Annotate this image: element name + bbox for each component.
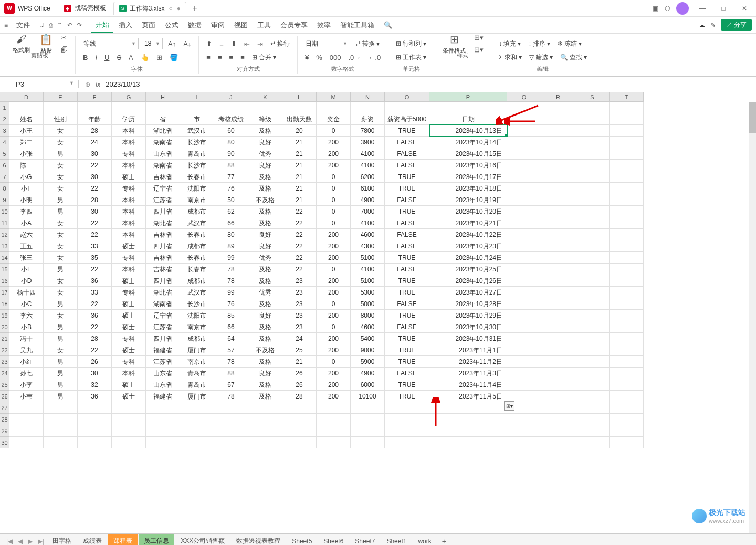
cell[interactable]: 2023年10月18日 (429, 183, 507, 194)
cell[interactable]: 小C (9, 298, 44, 310)
row-header[interactable]: 3 (0, 125, 9, 137)
cell[interactable] (282, 425, 317, 437)
cell[interactable]: 4300 (351, 240, 385, 252)
cell[interactable] (507, 310, 541, 321)
cell[interactable]: 吉林省 (146, 264, 180, 275)
cell[interactable] (214, 102, 248, 113)
cell[interactable]: 4100 (351, 148, 385, 160)
cell[interactable] (180, 425, 214, 437)
zoom-icon[interactable]: ⊕ (85, 81, 90, 88)
cell[interactable] (541, 113, 575, 125)
cell[interactable]: 辽宁省 (146, 310, 180, 321)
cell[interactable] (317, 425, 351, 437)
cell[interactable]: 奖金 (317, 113, 351, 125)
cell[interactable]: 0 (317, 264, 351, 275)
cell[interactable] (78, 402, 112, 414)
cell[interactable]: 30 (78, 171, 112, 183)
cell[interactable]: FALSE (385, 368, 429, 379)
cell[interactable]: 王五 (9, 240, 44, 252)
cell[interactable]: FALSE (385, 148, 429, 160)
cell[interactable] (610, 183, 644, 194)
cell[interactable]: 78 (214, 275, 248, 287)
cell[interactable]: 女 (44, 252, 78, 264)
cell[interactable]: 23 (282, 310, 317, 321)
cell[interactable] (282, 402, 317, 414)
cell[interactable] (507, 102, 541, 113)
cell[interactable]: 江苏省 (146, 321, 180, 333)
cell[interactable]: 32 (78, 379, 112, 391)
cell[interactable] (248, 102, 282, 113)
worksheet-button[interactable]: ⊞ 工作表 ▾ (394, 53, 428, 62)
vertical-scrollbar[interactable] (749, 102, 756, 533)
align-center-icon[interactable]: ≡ (216, 53, 224, 62)
row-header[interactable]: 23 (0, 356, 9, 368)
cell[interactable] (507, 229, 541, 240)
cell[interactable] (575, 113, 610, 125)
avatar[interactable] (676, 2, 689, 15)
cell[interactable]: 0 (317, 194, 351, 206)
cell[interactable] (507, 298, 541, 310)
column-header[interactable]: L (282, 92, 317, 102)
sheet-nav-next[interactable]: ▶ (26, 538, 35, 545)
cell[interactable] (575, 137, 610, 148)
cell[interactable]: 0 (317, 206, 351, 217)
row-header[interactable]: 1 (0, 102, 9, 113)
row-header[interactable]: 29 (0, 425, 9, 437)
sheet-tab[interactable]: Sheet1 (381, 536, 412, 546)
cell[interactable]: 女 (44, 240, 78, 252)
cell[interactable] (575, 183, 610, 194)
cell[interactable] (575, 287, 610, 298)
menu-member[interactable]: 会员专享 (276, 18, 312, 32)
cell[interactable]: 78 (214, 264, 248, 275)
cell[interactable] (507, 333, 541, 344)
cell[interactable]: 2023年10月17日 (429, 171, 507, 183)
cell[interactable]: 青岛市 (180, 368, 214, 379)
cell[interactable] (317, 414, 351, 425)
cell[interactable] (541, 402, 575, 414)
cell[interactable] (610, 344, 644, 356)
cell[interactable]: 36 (78, 391, 112, 402)
cell[interactable]: 6200 (351, 171, 385, 183)
row-header[interactable]: 12 (0, 229, 9, 240)
cell[interactable]: TRUE (385, 171, 429, 183)
sheet-tab-active[interactable]: 课程表 (108, 534, 138, 545)
cell[interactable]: 21 (282, 356, 317, 368)
cell[interactable]: 8000 (351, 310, 385, 321)
cell[interactable]: 成都市 (180, 275, 214, 287)
highlight-icon[interactable]: 👆 (139, 53, 151, 62)
cell[interactable]: 女 (44, 171, 78, 183)
font-size-combo[interactable]: 18▼ (142, 38, 163, 49)
sheet-nav-last[interactable]: ▶| (36, 538, 46, 545)
cell[interactable]: 本科 (112, 160, 146, 171)
cell[interactable] (575, 252, 610, 264)
cell[interactable]: 及格 (248, 356, 282, 368)
cell[interactable]: 长春市 (180, 264, 214, 275)
cell[interactable]: 武汉市 (180, 217, 214, 229)
cell[interactable]: 36 (78, 310, 112, 321)
row-header[interactable]: 28 (0, 414, 9, 425)
cell[interactable]: 21 (282, 194, 317, 206)
cell[interactable] (575, 148, 610, 160)
cell[interactable]: 良好 (248, 310, 282, 321)
cell[interactable]: 2023年11月1日 (429, 344, 507, 356)
cell[interactable]: 36 (78, 275, 112, 287)
cell[interactable] (541, 425, 575, 437)
cell[interactable]: 20 (282, 125, 317, 137)
sheet-tab[interactable]: 数据透视表教程 (231, 534, 286, 545)
cell[interactable]: 0 (317, 171, 351, 183)
cell[interactable]: 小G (9, 171, 44, 183)
cell[interactable]: TRUE (385, 344, 429, 356)
row-header[interactable]: 19 (0, 310, 9, 321)
cell[interactable]: 23 (282, 298, 317, 310)
number-format-combo[interactable]: 日期▼ (303, 38, 350, 49)
cell[interactable]: 男 (44, 321, 78, 333)
cell[interactable]: 郑二 (9, 137, 44, 148)
cell[interactable] (507, 137, 541, 148)
cell[interactable]: 200 (317, 379, 351, 391)
menu-smart[interactable]: 智能工具箱 (336, 18, 379, 32)
cell[interactable]: 5000 (351, 298, 385, 310)
cell[interactable]: 24 (78, 137, 112, 148)
cell[interactable]: 本科 (112, 264, 146, 275)
cell[interactable]: 男 (44, 194, 78, 206)
cell[interactable]: 湖北省 (146, 217, 180, 229)
